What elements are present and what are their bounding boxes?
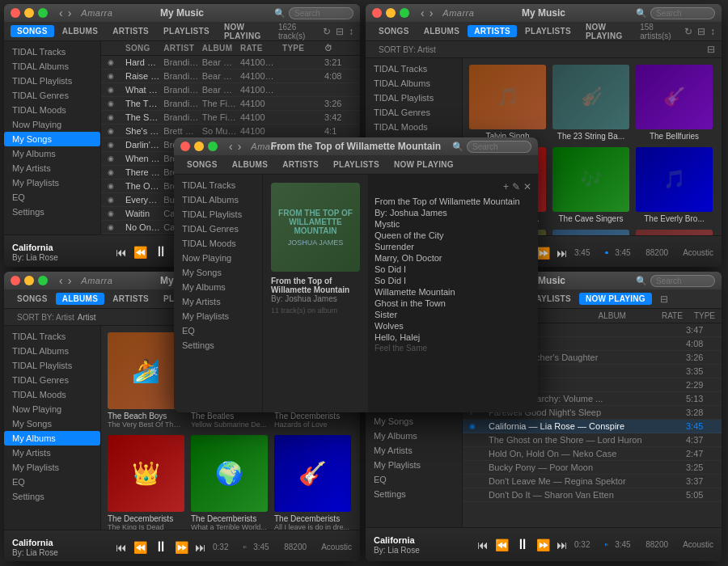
sidebar-tidal-moods-2[interactable]: TIDAL Moods [366, 120, 462, 134]
sidebar-tidal-moods-1[interactable]: TIDAL Moods [4, 103, 100, 117]
popup-tab-songs[interactable]: SONGS [180, 158, 224, 171]
popup-sidebar-np[interactable]: Now Playing [174, 251, 262, 265]
popup-sidebar-ma[interactable]: My Albums [174, 280, 262, 294]
fwd-icon-2[interactable]: › [428, 6, 435, 19]
sidebar-tidal-tracks-2[interactable]: TIDAL Tracks [366, 61, 462, 76]
sidebar-ma-3[interactable]: My Albums [4, 431, 100, 446]
np-progress-4[interactable] [605, 543, 608, 546]
tab-songs-1[interactable]: SONGS [11, 25, 54, 37]
np-play-3[interactable]: ⏸ [154, 539, 168, 555]
album-card[interactable]: 🏄The Beach BoysThe Very Best Of The Be..… [108, 332, 184, 429]
back-icon-2[interactable]: ‹ [419, 6, 426, 19]
close-btn-3[interactable] [11, 276, 20, 285]
tab-playlists-1[interactable]: PLAYLISTS [157, 25, 216, 37]
sidebar-tm-3[interactable]: TIDAL Moods [4, 387, 100, 402]
filter-icon-4[interactable]: ⊟ [660, 294, 668, 305]
fwd-icon-3[interactable]: › [66, 274, 74, 287]
tab-songs-2[interactable]: SONGS [372, 25, 416, 37]
artist-card[interactable]: 🎸 The Bellfuries [636, 65, 713, 141]
popup-sidebar-mpl[interactable]: My Playlists [174, 309, 262, 323]
sidebar-myartists-1[interactable]: My Artists [4, 161, 100, 175]
sidebar-mysongs-1[interactable]: My Songs [4, 132, 100, 146]
back-icon-1[interactable]: ‹ [57, 6, 65, 19]
popup-close-btn[interactable] [180, 142, 190, 151]
popup-track[interactable]: Mystic [375, 218, 531, 230]
artist-card[interactable]: 🎶 The Cave Singers [552, 147, 629, 223]
popup-fwd-icon[interactable]: › [236, 140, 243, 153]
artist-card[interactable]: 🎻 The 23 String Ba... [552, 65, 629, 141]
tab-nowplaying-2[interactable]: NOW PLAYING [579, 21, 638, 42]
artist-card[interactable]: 🎵 The Shins [636, 230, 713, 235]
sidebar-eq-1[interactable]: EQ [4, 190, 100, 205]
sort-toggle-2[interactable]: ⊟ [707, 44, 715, 55]
table-row[interactable]: Don't Leave Me — Regina Spektor3:37 [463, 475, 722, 488]
popup-close-icon[interactable]: ✕ [523, 181, 531, 192]
max-btn-1[interactable] [38, 8, 48, 18]
fwd-icon-1[interactable]: › [66, 6, 74, 19]
min-btn-3[interactable] [24, 276, 34, 285]
np-nxt-3[interactable]: ⏭ [195, 541, 206, 554]
popup-sidebar-mar[interactable]: My Artists [174, 294, 262, 309]
album-card[interactable]: 🌍The DecemberistsWhat a Terrible World..… [191, 435, 268, 530]
np-forward-2[interactable]: ⏩ [536, 247, 550, 260]
sidebar-mar-4[interactable]: My Artists [366, 443, 462, 458]
np-prev-1[interactable]: ⏮ [116, 246, 127, 259]
np-rew-4[interactable]: ⏪ [495, 539, 509, 551]
sidebar-ms-3[interactable]: My Songs [4, 416, 100, 431]
np-fwd-3[interactable]: ⏩ [175, 541, 188, 554]
popup-sidebar-tg[interactable]: TIDAL Genres [174, 222, 262, 236]
np-play-1[interactable]: ⏸ [154, 243, 168, 260]
sidebar-mpl-4[interactable]: My Playlists [366, 458, 462, 472]
table-row[interactable]: ◉She's MineBrett DennenSo Much More44100… [101, 125, 360, 138]
sort-icon-1[interactable]: ↕ [349, 26, 353, 37]
np-prev-4[interactable]: ⏮ [477, 539, 489, 551]
popup-track[interactable]: Ghost in the Town [375, 298, 531, 309]
popup-search-input[interactable] [467, 141, 531, 153]
filter-icon-2[interactable]: ⊟ [697, 26, 705, 37]
popup-track[interactable]: Queen of the City [375, 230, 531, 241]
sidebar-set-3[interactable]: Settings [4, 489, 100, 504]
popup-add-icon[interactable]: + [503, 181, 509, 192]
np-progress-2[interactable] [605, 251, 608, 254]
popup-back-icon[interactable]: ‹ [227, 140, 235, 153]
album-card[interactable]: 👑The DecemberistsThe King Is Dead [108, 435, 184, 530]
popup-tab-nowplaying[interactable]: NOW PLAYING [387, 158, 460, 171]
col-artist-1[interactable]: ARTIST [163, 44, 198, 53]
popup-sidebar-set[interactable]: Settings [174, 338, 262, 353]
np-rewind-1[interactable]: ⏪ [133, 246, 147, 259]
sidebar-nowplaying-1[interactable]: Now Playing [4, 117, 100, 132]
np-prev-3[interactable]: ⏮ [116, 541, 127, 554]
sidebar-mpl-3[interactable]: My Playlists [4, 460, 100, 475]
sidebar-tidal-tracks-1[interactable]: TIDAL Tracks [4, 44, 100, 59]
sidebar-tp-3[interactable]: TIDAL Playlists [4, 358, 100, 373]
refresh-icon-1[interactable]: ↻ [323, 26, 331, 37]
table-row[interactable]: ◉Hard Way HomeBrandi CarlileBear Creek44… [101, 56, 360, 70]
tab-songs-3[interactable]: SONGS [11, 293, 54, 305]
tab-nowplaying-4[interactable]: NOW PLAYING [579, 293, 652, 305]
popup-tab-artists[interactable]: ARTISTS [276, 158, 325, 171]
back-icon-3[interactable]: ‹ [57, 274, 65, 287]
tab-albums-2[interactable]: ALBUMS [417, 25, 467, 37]
sidebar-tidal-genres-2[interactable]: TIDAL Genres [366, 105, 462, 120]
popup-edit-icon[interactable]: ✎ [512, 181, 520, 192]
np-progress-3[interactable] [243, 546, 247, 548]
sidebar-ma-4[interactable]: My Albums [366, 429, 462, 443]
popup-sidebar-ta[interactable]: TIDAL Albums [174, 192, 262, 207]
sidebar-eq-3[interactable]: EQ [4, 475, 100, 489]
sidebar-np-3[interactable]: Now Playing [4, 402, 100, 416]
sidebar-tidal-albums-2[interactable]: TIDAL Albums [366, 76, 462, 91]
filter-icon-1[interactable]: ⊟ [336, 26, 344, 37]
popup-sidebar-ms[interactable]: My Songs [174, 265, 262, 280]
popup-tab-playlists[interactable]: PLAYLISTS [327, 158, 386, 171]
album-card[interactable]: 🎸The DecemberistsAll I leave is do in dr… [274, 435, 351, 530]
sidebar-tidal-playlists-1[interactable]: TIDAL Playlists [4, 74, 100, 88]
sidebar-tg-3[interactable]: TIDAL Genres [4, 373, 100, 387]
table-row[interactable]: Don't Do It — Sharon Van Etten5:05 [463, 488, 722, 502]
close-btn-1[interactable] [11, 8, 20, 18]
popup-track[interactable]: Wolves [375, 320, 531, 332]
sidebar-myalbums-1[interactable]: My Albums [4, 146, 100, 161]
col-song-1[interactable]: SONG [125, 44, 160, 53]
popup-track[interactable]: Hello, Halej [375, 332, 531, 343]
search-input-1[interactable] [289, 7, 353, 19]
popup-max-btn[interactable] [208, 142, 218, 151]
